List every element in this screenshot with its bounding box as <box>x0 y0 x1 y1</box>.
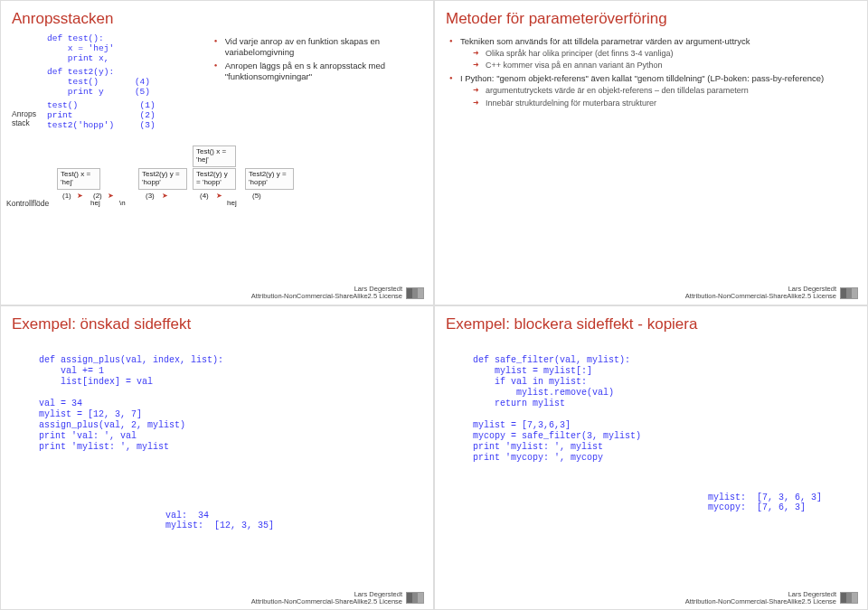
s1-bullet-2: Anropen läggs på en s k anropsstack med … <box>214 61 424 82</box>
slide1-title: Anropsstacken <box>12 10 424 28</box>
slide4-title: Exempel: blockera sideffekt - kopiera <box>446 315 858 333</box>
out-hej-2: hej <box>227 199 237 207</box>
s2-b2b: Innebär strukturdelning för muterbara st… <box>473 99 858 108</box>
footer: Lars Degerstedt Attribution-NonCommercia… <box>12 591 424 606</box>
cc-badge-icon <box>840 592 858 604</box>
flow-label: Kontrollflöde <box>6 199 49 208</box>
box-test-1: Test() x = 'hej' <box>57 168 100 190</box>
footer: Lars Degerstedt Attribution-NonCommercia… <box>446 591 858 606</box>
code-test-def: def test(): x = 'hej' print x, <box>47 33 114 63</box>
cc-badge-icon <box>406 287 424 299</box>
arrow-icon: ➤ <box>162 192 168 200</box>
num-3: (3) <box>146 192 155 200</box>
s2-b1-text: Tekniken som används för att tilldela pa… <box>460 36 750 46</box>
slide-onskad-sideffekt: Exempel: önskad sideffekt def assign_plu… <box>0 305 434 611</box>
call-flow-diagram: Kontrollflöde Test() x = 'hej' (1) ➤ hej… <box>12 132 424 218</box>
s2-b1: Tekniken som används för att tilldela pa… <box>449 36 858 70</box>
arrow-icon: ➤ <box>216 192 222 200</box>
num-2: (2) <box>93 192 102 200</box>
slide-blockera-sideffekt: Exempel: blockera sideffekt - kopiera de… <box>434 305 868 611</box>
box-test2-c: Test2(y) y = 'hopp' <box>245 168 294 190</box>
num-5: (5) <box>252 192 261 200</box>
s2-b2: I Python: "genom objekt-referens" även k… <box>449 73 858 108</box>
out-newline: \n <box>119 199 126 207</box>
footer: Lars Degerstedt Attribution-NonCommercia… <box>446 286 858 301</box>
code-test2-def: def test2(y): test() (4) print y (5) <box>47 67 150 97</box>
arrow-icon: ➤ <box>108 192 114 200</box>
s2-b1a: Olika språk har olika principer (det fin… <box>473 49 858 59</box>
s2-b1b: C++ kommer visa på en annan variant än P… <box>473 61 858 70</box>
s4-code: def safe_filter(val, mylist): mylist = m… <box>473 355 858 464</box>
arrow-icon: ➤ <box>77 192 83 200</box>
code-calls: test() (1) print (2) test2('hopp') (3) <box>47 100 156 130</box>
s2-b2-text: I Python: "genom objekt-referens" även k… <box>460 73 824 83</box>
s3-code: def assign_plus(val, index, list): val +… <box>39 355 424 453</box>
slide-anropsstacken: Anropsstacken def test(): x = 'hej' prin… <box>0 0 434 305</box>
out-hej-1: hej <box>90 199 100 207</box>
box-test2-a: Test2(y) y = 'hopp' <box>138 168 187 190</box>
num-4: (4) <box>200 192 209 200</box>
num-1: (1) <box>62 192 71 200</box>
slide-parameteroverforing: Metoder för parameteröverföring Tekniken… <box>434 0 868 305</box>
footer-license: Attribution-NonCommercial-ShareAlike2.5 … <box>685 597 836 605</box>
s2-b2a: argumentutryckets värde är en objekt-ref… <box>473 86 858 96</box>
cc-badge-icon <box>840 287 858 299</box>
cc-badge-icon <box>406 592 424 604</box>
box-test-2: Test() x = 'hej' <box>193 145 236 167</box>
footer-license: Attribution-NonCommercial-ShareAlike2.5 … <box>251 292 402 300</box>
s4-output: mylist: [7, 3, 6, 3] mycopy: [7, 6, 3] <box>708 493 822 512</box>
stack-label: Anrops stack <box>12 100 42 127</box>
s1-bullet-1: Vid varje anrop av en funktion skapas en… <box>214 36 424 58</box>
s3-output: val: 34 mylist: [12, 3, 35] <box>165 511 274 530</box>
footer: Lars Degerstedt Attribution-NonCommercia… <box>12 286 424 301</box>
footer-license: Attribution-NonCommercial-ShareAlike2.5 … <box>251 597 402 605</box>
box-test2-b: Test2(y) y = 'hopp' <box>193 168 236 190</box>
footer-license: Attribution-NonCommercial-ShareAlike2.5 … <box>685 292 836 300</box>
slide3-title: Exempel: önskad sideffekt <box>12 315 424 333</box>
slide2-title: Metoder för parameteröverföring <box>446 10 858 28</box>
